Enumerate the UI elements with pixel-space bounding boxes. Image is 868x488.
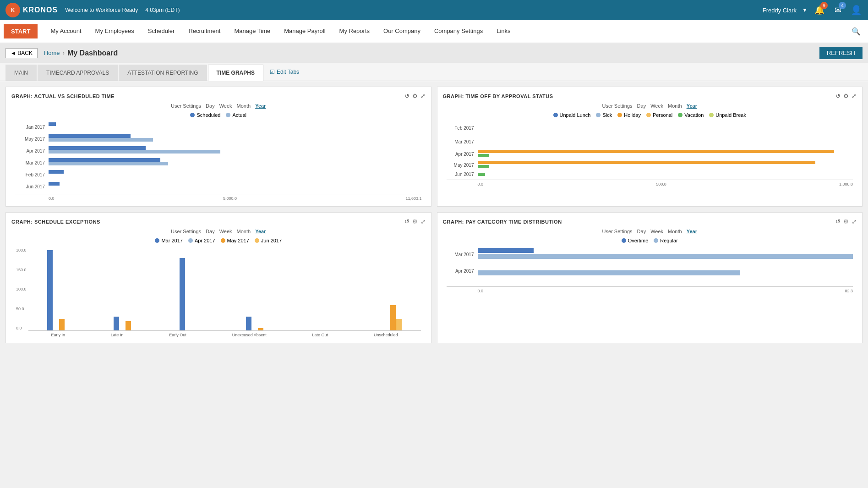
graph3-expand-icon[interactable]: ⤢ [420,218,426,225]
search-icon[interactable]: 🔍 [848,23,864,39]
nav-our-company[interactable]: Our Company [377,20,427,43]
graph2-controls: ↺ ⚙ ⤢ [835,93,857,99]
graph3-axis-line [28,330,421,331]
graph4-nav-year[interactable]: Year [687,229,697,234]
early-in-bars [47,250,71,330]
graph3-refresh-icon[interactable]: ↺ [404,218,409,225]
tab-attestation[interactable]: ATTESTATION REPORTING [119,65,207,81]
legend-holiday: Holiday [617,112,641,118]
time-display: 4:03pm (EDT) [145,7,180,13]
graph3-header: GRAPH: SCHEDULE EXCEPTIONS ↺ ⚙ ⤢ [11,218,426,225]
edit-tabs-button[interactable]: ☑ Edit Tabs [270,69,299,75]
start-button[interactable]: START [4,24,38,38]
top-bar-right: Freddy Clark ▼ 🔔 9 ✉ 4 👤 [763,4,863,16]
graph4-nav-month[interactable]: Month [668,229,682,234]
graph1-bars-jan [49,122,422,132]
early-in-may-bar [59,319,65,330]
graph4-nav-day[interactable]: Day [637,229,646,234]
tob-label-feb: Feb 2017 [447,126,474,131]
graph4-legend: Overtime Regular [443,238,857,243]
tob-label-mar: Mar 2017 [447,139,474,144]
graph2-refresh-icon[interactable]: ↺ [835,93,841,99]
graph4-axis-labels: 0.0 82.3 [447,289,853,293]
refresh-button[interactable]: REFRESH [819,47,863,59]
graph1-bars-jun [49,182,422,191]
graph3-controls: ↺ ⚙ ⤢ [404,218,426,225]
user-name[interactable]: Freddy Clark [763,7,797,14]
graph1-nav-week[interactable]: Week [219,103,232,109]
unscheduled-jun-bar [396,319,402,330]
graph2-title: GRAPH: TIME OFF BY APPROVAL STATUS [443,93,553,99]
graph2-nav-year[interactable]: Year [687,103,697,109]
graph2-nav-day[interactable]: Day [637,103,646,109]
graph1-refresh-icon[interactable]: ↺ [404,93,409,99]
graph3-settings-icon[interactable]: ⚙ [412,218,418,225]
ul-label: Unpaid Lunch [560,112,591,118]
graph2-expand-icon[interactable]: ⤢ [852,93,857,99]
graph1-nav-usersettings[interactable]: User Settings [171,103,201,109]
graph1-row-jan2017: Jan 2017 [15,122,422,132]
graph1-expand-icon[interactable]: ⤢ [420,93,426,99]
graph1-nav-day[interactable]: Day [206,103,215,109]
nav-company-settings[interactable]: Company Settings [428,20,489,43]
graph1-axis-line [15,194,422,194]
graph2-settings-icon[interactable]: ⚙ [843,93,849,99]
notif-count-2: 4 [839,2,846,9]
avatar[interactable]: 👤 [850,4,863,16]
graph4-timenav: User Settings Day Week Month Year [443,229,857,234]
tab-main[interactable]: MAIN [5,65,37,81]
graph1-row-mar2017: Mar 2017 [15,158,422,167]
nav-recruitment[interactable]: Recruitment [182,20,227,43]
notification-badge-2[interactable]: ✉ 4 [831,4,844,16]
tob-row-apr: Apr 2017 [447,150,853,158]
graph2-legend: Unpaid Lunch Sick Holiday Personal Vacat… [443,112,857,118]
tab-timecard-approvals[interactable]: TIMECARD APPROVALS [38,65,118,81]
graph3-nav-year[interactable]: Year [255,229,266,234]
graph3-nav-day[interactable]: Day [206,229,215,234]
early-out-mar-bar [180,258,185,330]
notification-badge-1[interactable]: 🔔 9 [813,4,826,16]
graph2-timenav: User Settings Day Week Month Year [443,103,857,109]
graph2-nav-usersettings[interactable]: User Settings [602,103,633,109]
jun-legend-label: Jun 2017 [261,238,282,243]
actual-label: Actual [232,112,246,118]
graph1-nav-month[interactable]: Month [237,103,251,109]
graph3-nav-usersettings[interactable]: User Settings [171,229,201,234]
pcd-axis-max: 82.3 [845,289,853,293]
breadcrumb-home[interactable]: Home [44,49,60,56]
graph1-axis-labels: 0.0 5,000.0 11,603.1 [15,196,422,201]
ub-label: Unpaid Break [715,112,746,118]
graph4-chart: Mar 2017 Apr 2017 0.0 82.3 [443,248,857,293]
graph4-nav-week[interactable]: Week [650,229,663,234]
graph4-nav-usersettings[interactable]: User Settings [602,229,633,234]
graph3-nav-month[interactable]: Month [237,229,251,234]
graph4-expand-icon[interactable]: ⤢ [852,218,857,225]
scheduled-label: Scheduled [197,112,220,118]
graph3-vbars: Early In Late In Early Out Unexcused Abs… [28,248,421,337]
nav-scheduler[interactable]: Scheduler [142,20,181,43]
graph2-nav-week[interactable]: Week [650,103,663,109]
graph1-bars-feb [49,170,422,179]
graph1-row-jun2017: Jun 2017 [15,182,422,191]
nav-manage-payroll[interactable]: Manage Payroll [278,20,332,43]
back-button[interactable]: ◄ BACK [5,48,38,58]
graph4-settings-icon[interactable]: ⚙ [843,218,849,225]
graph4-refresh-icon[interactable]: ↺ [835,218,841,225]
nav-my-employees[interactable]: My Employees [89,20,141,43]
graph1-nav-year[interactable]: Year [255,103,266,109]
pcd-label-apr: Apr 2017 [447,269,474,274]
graph1-label-may: May 2017 [15,137,45,142]
top-bar-left: K KRONOS Welcome to Workforce Ready 4:03… [5,3,180,17]
sick-label: Sick [602,112,612,118]
graph2-nav-month[interactable]: Month [668,103,682,109]
graph1-settings-icon[interactable]: ⚙ [412,93,418,99]
tab-time-graphs[interactable]: TIME GRAPHS [208,65,263,81]
nav-links[interactable]: Links [490,20,517,43]
nav-manage-time[interactable]: Manage Time [228,20,277,43]
nav-my-reports[interactable]: My Reports [333,20,376,43]
nav-my-account[interactable]: My Account [44,20,87,43]
may-scheduled-bar [49,134,131,138]
graph3-nav-week[interactable]: Week [219,229,232,234]
jan-scheduled-bar [49,122,56,126]
user-chevron-icon: ▼ [802,7,808,13]
